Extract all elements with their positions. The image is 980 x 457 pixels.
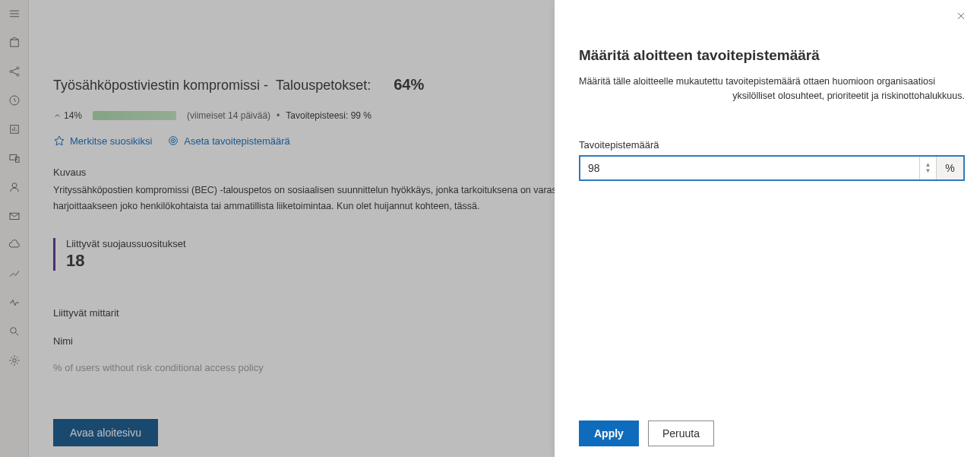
left-nav xyxy=(0,0,29,457)
panel-title: Määritä aloitteen tavoitepistemäärä xyxy=(579,47,965,64)
target-score-input[interactable] xyxy=(580,157,919,179)
title-suffix: Talouspetokset: xyxy=(276,78,371,94)
trend-up: 14% xyxy=(53,110,82,121)
svg-point-22 xyxy=(169,137,178,145)
devices-icon[interactable] xyxy=(7,151,22,166)
close-button[interactable] xyxy=(956,11,969,24)
set-target-action[interactable]: Aseta tavoitepistemäärä xyxy=(167,135,289,147)
panel-footer: Apply Peruuta xyxy=(579,421,714,446)
set-target-label: Aseta tavoitepistemäärä xyxy=(184,135,289,147)
set-target-panel: Määritä aloitteen tavoitepistemäärä Määr… xyxy=(555,0,980,457)
svg-point-16 xyxy=(12,183,17,188)
open-initiative-button[interactable]: Avaa aloitesivu xyxy=(53,419,158,446)
clock-icon[interactable] xyxy=(7,93,22,108)
svg-line-19 xyxy=(15,333,18,336)
svg-line-8 xyxy=(12,72,17,75)
package-icon[interactable] xyxy=(7,35,22,50)
spinner-down-icon[interactable]: ▼ xyxy=(925,168,931,174)
menu-icon[interactable] xyxy=(7,6,22,21)
trend-period: (viimeiset 14 päivää) xyxy=(187,110,270,121)
number-spinner[interactable]: ▲ ▼ xyxy=(919,157,936,179)
target-field-label: Tavoitepistemäärä xyxy=(579,139,965,151)
share-icon[interactable] xyxy=(7,64,22,79)
percent-suffix: % xyxy=(936,157,963,179)
svg-point-20 xyxy=(12,359,16,363)
svg-point-24 xyxy=(173,140,174,141)
favorite-label: Merkitse suosikiksi xyxy=(70,135,152,147)
separator: • xyxy=(277,110,280,121)
reports-icon[interactable] xyxy=(7,122,22,137)
trend-pct: 14% xyxy=(64,110,82,121)
title-percent: 64% xyxy=(394,76,424,94)
panel-desc-line2: .yksilölliset olosuhteet, prioriteetit j… xyxy=(579,90,965,101)
svg-point-18 xyxy=(10,328,16,334)
target-score-label: Tavoitepisteesi: 99 % xyxy=(286,110,371,121)
favorite-action[interactable]: Merkitse suosikiksi xyxy=(53,135,152,147)
star-icon xyxy=(53,135,65,147)
target-icon xyxy=(167,135,179,147)
svg-point-6 xyxy=(17,74,19,76)
analytics-icon[interactable] xyxy=(7,266,22,281)
svg-marker-21 xyxy=(55,136,64,145)
svg-point-4 xyxy=(10,71,12,73)
panel-desc-line1: Määritä tälle aloitteelle mukautettu tav… xyxy=(579,75,965,89)
svg-rect-3 xyxy=(10,40,18,46)
mail-icon[interactable] xyxy=(7,208,22,224)
cancel-button[interactable]: Peruuta xyxy=(648,421,714,446)
search-icon[interactable] xyxy=(7,324,22,339)
settings-icon[interactable] xyxy=(7,353,22,368)
cloud-icon[interactable] xyxy=(7,237,22,252)
health-icon[interactable] xyxy=(7,295,22,310)
title-prefix: Työsähköpostiviestin kompromissi - xyxy=(53,78,268,94)
close-icon xyxy=(956,11,966,21)
sparkline xyxy=(93,111,176,120)
svg-line-7 xyxy=(12,68,17,71)
target-input-group: ▲ ▼ % xyxy=(579,155,965,181)
svg-point-5 xyxy=(17,67,19,69)
apply-button[interactable]: Apply xyxy=(579,421,639,446)
users-icon[interactable] xyxy=(7,179,22,195)
svg-point-23 xyxy=(172,138,175,142)
